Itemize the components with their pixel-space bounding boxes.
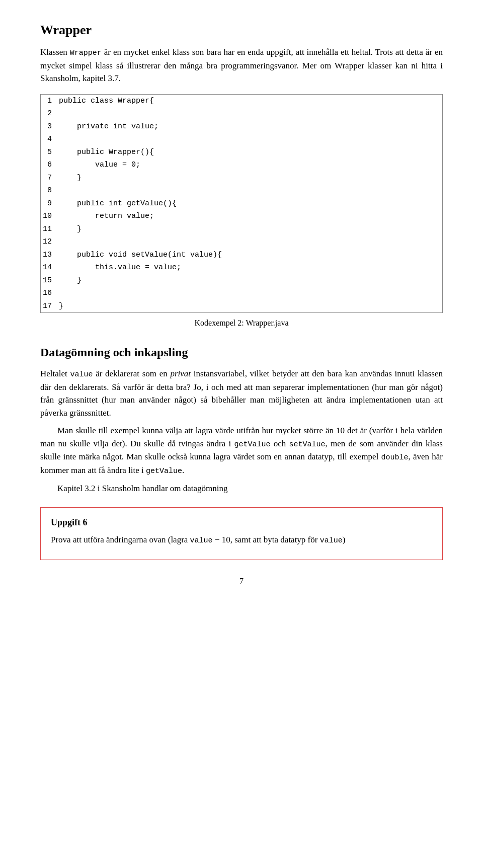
code-line: 13 public void setValue(int value){ xyxy=(41,249,442,262)
line-code: public Wrapper(){ xyxy=(57,146,442,159)
line-code: return value; xyxy=(57,210,442,223)
exercise-box: Uppgift 6 Prova att utföra ändringarna o… xyxy=(40,507,443,561)
inline-code-getvalue1: getValue xyxy=(234,440,271,449)
line-code: public void setValue(int value){ xyxy=(57,249,442,262)
line-number: 13 xyxy=(41,249,57,262)
code-line: 1public class Wrapper{ xyxy=(41,95,442,108)
line-number: 11 xyxy=(41,223,57,236)
page-title: Wrapper xyxy=(40,20,443,40)
italic-privat: privat xyxy=(170,369,191,378)
line-number: 17 xyxy=(41,300,57,313)
code-line: 12 xyxy=(41,235,442,249)
line-code: value = 0; xyxy=(57,159,442,172)
line-number: 15 xyxy=(41,274,57,287)
line-code xyxy=(57,133,442,146)
inline-code-setvalue1: setValue xyxy=(289,440,326,449)
line-number: 16 xyxy=(41,287,57,300)
section2-title: Datagömning och inkapsling xyxy=(40,343,443,361)
code-line: 14 this.value = value; xyxy=(41,261,442,274)
inline-code-wrapper: Wrapper xyxy=(70,49,102,57)
code-line: 9 public int getValue(){ xyxy=(41,197,442,210)
inline-code-value-ex2: value xyxy=(320,536,343,545)
line-number: 1 xyxy=(41,95,57,108)
line-code xyxy=(57,235,442,249)
code-block: 1public class Wrapper{23 private int val… xyxy=(40,94,443,313)
line-number: 7 xyxy=(41,172,57,185)
code-line: 15 } xyxy=(41,274,442,287)
line-code xyxy=(57,107,442,120)
inline-code-getvalue2: getValue xyxy=(146,467,182,476)
line-number: 5 xyxy=(41,146,57,159)
section2-para3: Kapitel 3.2 i Skansholm handlar om datag… xyxy=(40,482,443,495)
section2-para1: Heltalet value är deklarerat som en priv… xyxy=(40,367,443,419)
line-code: this.value = value; xyxy=(57,261,442,274)
line-code: } xyxy=(57,172,442,185)
line-code: } xyxy=(57,223,442,236)
line-number: 9 xyxy=(41,197,57,210)
line-number: 4 xyxy=(41,133,57,146)
line-number: 8 xyxy=(41,184,57,197)
line-code: } xyxy=(57,274,442,287)
section2-para2: Man skulle till exempel kunna välja att … xyxy=(40,424,443,477)
line-number: 10 xyxy=(41,210,57,223)
code-caption: Kodexempel 2: Wrapper.java xyxy=(40,317,443,329)
code-line: 4 xyxy=(41,133,442,146)
code-line: 6 value = 0; xyxy=(41,159,442,172)
line-number: 6 xyxy=(41,159,57,172)
line-number: 14 xyxy=(41,261,57,274)
page-number: 7 xyxy=(40,575,443,587)
exercise-text: Prova att utföra ändringarna ovan (lagra… xyxy=(51,533,432,547)
line-code: public class Wrapper{ xyxy=(57,95,442,108)
line-code: public int getValue(){ xyxy=(57,197,442,210)
line-code: } xyxy=(57,300,442,313)
code-line: 10 return value; xyxy=(41,210,442,223)
line-code: private int value; xyxy=(57,120,442,133)
code-line: 7 } xyxy=(41,172,442,185)
exercise-title: Uppgift 6 xyxy=(51,516,432,529)
inline-code-double: double xyxy=(381,453,409,462)
line-code xyxy=(57,287,442,300)
code-line: 3 private int value; xyxy=(41,120,442,133)
code-line: 5 public Wrapper(){ xyxy=(41,146,442,159)
code-table: 1public class Wrapper{23 private int val… xyxy=(41,95,442,313)
intro-paragraph: Klassen Wrapper är en mycket enkel klass… xyxy=(40,46,443,85)
line-number: 2 xyxy=(41,107,57,120)
line-number: 3 xyxy=(41,120,57,133)
code-line: 2 xyxy=(41,107,442,120)
code-line: 17} xyxy=(41,300,442,313)
code-line: 8 xyxy=(41,184,442,197)
line-code xyxy=(57,184,442,197)
inline-code-value-ex: value xyxy=(190,536,213,545)
code-line: 16 xyxy=(41,287,442,300)
code-line: 11 } xyxy=(41,223,442,236)
inline-code-value1: value xyxy=(70,370,93,379)
line-number: 12 xyxy=(41,235,57,249)
